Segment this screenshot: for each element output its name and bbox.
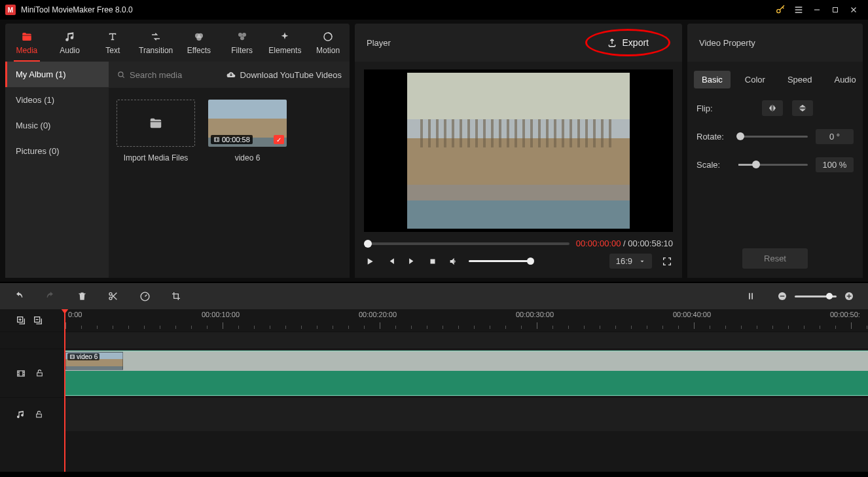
film-icon bbox=[213, 136, 220, 143]
sidebar-item-pictures[interactable]: Pictures (0) bbox=[5, 138, 109, 164]
lock-icon[interactable] bbox=[35, 410, 43, 419]
export-button[interactable]: Export bbox=[598, 33, 658, 52]
lock-icon[interactable] bbox=[35, 368, 44, 378]
download-youtube-link[interactable]: Download YouTube Videos bbox=[226, 70, 342, 80]
undo-button[interactable] bbox=[13, 290, 25, 302]
fullscreen-button[interactable] bbox=[661, 256, 673, 267]
upload-icon bbox=[607, 37, 617, 48]
prop-tab-color[interactable]: Color bbox=[737, 71, 773, 88]
next-frame-button[interactable] bbox=[406, 256, 418, 267]
tab-media-label: Media bbox=[16, 46, 38, 55]
rotate-value: 0 ° bbox=[816, 129, 854, 144]
video-track: video 6 bbox=[0, 349, 868, 397]
speed-button[interactable] bbox=[139, 290, 151, 302]
fit-button[interactable] bbox=[745, 290, 757, 302]
media-thumbnails: Import Media Files 00:00:58 ✓ video 6 bbox=[109, 88, 350, 174]
add-track-button[interactable] bbox=[16, 315, 26, 326]
svg-point-4 bbox=[196, 36, 202, 41]
remove-track-button[interactable] bbox=[33, 315, 43, 326]
prop-tab-audio[interactable]: Audio bbox=[826, 71, 863, 88]
tab-text-label: Text bbox=[105, 46, 120, 55]
property-title: Video Property bbox=[699, 38, 755, 48]
tab-audio-label: Audio bbox=[60, 46, 80, 55]
text-icon bbox=[106, 30, 119, 43]
tab-transition[interactable]: Transition bbox=[134, 24, 177, 62]
svg-rect-25 bbox=[37, 414, 42, 417]
zoom-in-button[interactable] bbox=[843, 290, 855, 302]
ruler-label: 0:00 bbox=[68, 311, 82, 318]
volume-button[interactable] bbox=[448, 256, 460, 267]
delete-button[interactable] bbox=[76, 290, 88, 302]
film-icon bbox=[69, 354, 75, 360]
svg-rect-19 bbox=[848, 294, 849, 299]
checkmark-icon: ✓ bbox=[274, 135, 284, 144]
export-highlight: Export bbox=[585, 29, 670, 56]
zoom-slider[interactable] bbox=[795, 296, 837, 297]
ruler-label: 00:00:10:00 bbox=[202, 311, 240, 318]
sidebar-item-music[interactable]: Music (0) bbox=[5, 113, 109, 138]
media-tabs: Media Audio Text Transition Effects Filt… bbox=[5, 24, 350, 62]
tab-effects[interactable]: Effects bbox=[177, 24, 221, 62]
minimize-button[interactable] bbox=[808, 2, 826, 18]
ruler-label: 00:00:30:00 bbox=[516, 311, 554, 318]
media-panel: Media Audio Text Transition Effects Filt… bbox=[5, 24, 350, 278]
tab-audio[interactable]: Audio bbox=[48, 24, 92, 62]
prop-tab-basic[interactable]: Basic bbox=[694, 71, 731, 88]
flip-vertical-button[interactable] bbox=[792, 100, 813, 116]
search-input[interactable]: Search media bbox=[117, 70, 221, 80]
svg-rect-1 bbox=[833, 8, 838, 12]
audio-track bbox=[0, 397, 868, 431]
sidebar-item-videos[interactable]: Videos (1) bbox=[5, 87, 109, 113]
menu-icon[interactable] bbox=[789, 2, 808, 18]
redo-button[interactable] bbox=[45, 290, 56, 302]
license-key-icon[interactable] bbox=[771, 2, 789, 18]
volume-slider[interactable] bbox=[469, 260, 532, 262]
sidebar-item-my-album[interactable]: My Album (1) bbox=[5, 62, 109, 87]
search-icon bbox=[117, 70, 126, 79]
tab-elements[interactable]: Elements bbox=[264, 24, 307, 62]
tab-motion[interactable]: Motion bbox=[306, 24, 350, 62]
reset-button[interactable]: Reset bbox=[742, 248, 808, 269]
aspect-ratio-select[interactable]: 16:9 bbox=[609, 254, 652, 269]
timeline-panel: 0:00 00:00:10:00 00:00:20:00 00:00:30:00… bbox=[0, 282, 868, 472]
effects-icon bbox=[192, 30, 206, 43]
tab-filters[interactable]: Filters bbox=[221, 24, 264, 62]
zoom-out-button[interactable] bbox=[776, 290, 788, 302]
flip-horizontal-button[interactable] bbox=[762, 100, 783, 116]
media-item-video-6[interactable]: 00:00:58 ✓ video 6 bbox=[208, 100, 287, 162]
timeline-ruler[interactable]: 0:00 00:00:10:00 00:00:20:00 00:00:30:00… bbox=[64, 309, 868, 332]
scale-slider[interactable] bbox=[738, 164, 808, 166]
player-viewport bbox=[364, 69, 673, 232]
svg-rect-11 bbox=[431, 259, 435, 263]
play-button[interactable] bbox=[364, 256, 376, 267]
split-button[interactable] bbox=[107, 290, 119, 302]
close-button[interactable] bbox=[844, 2, 863, 18]
tab-media[interactable]: Media bbox=[5, 24, 48, 62]
svg-point-5 bbox=[238, 33, 242, 37]
svg-point-7 bbox=[240, 36, 244, 40]
search-placeholder: Search media bbox=[130, 70, 182, 80]
tab-text[interactable]: Text bbox=[92, 24, 135, 62]
clip-label: video 6 bbox=[77, 353, 98, 360]
media-sidebar: My Album (1) Videos (1) Music (0) Pictur… bbox=[5, 62, 109, 278]
player-panel: Player Export 00:00:00:00 / 00:00:58:10 bbox=[355, 24, 682, 278]
film-icon bbox=[16, 369, 26, 378]
sparkle-icon bbox=[278, 30, 291, 43]
app-logo-icon: M bbox=[5, 5, 16, 15]
maximize-button[interactable] bbox=[826, 2, 844, 18]
prop-tab-speed[interactable]: Speed bbox=[780, 71, 820, 88]
crop-button[interactable] bbox=[170, 290, 182, 302]
rotate-label: Rotate: bbox=[696, 132, 731, 142]
playhead[interactable] bbox=[64, 309, 65, 472]
scale-label: Scale: bbox=[696, 160, 731, 170]
title-bar: M MiniTool MovieMaker Free 8.0.0 bbox=[0, 0, 868, 20]
media-item-duration: 00:00:58 bbox=[222, 136, 250, 143]
seek-slider[interactable] bbox=[364, 242, 570, 245]
ruler-label: 00:00:20:00 bbox=[359, 311, 397, 318]
import-media-card[interactable]: Import Media Files bbox=[117, 100, 195, 162]
timeline-clip-video-6[interactable]: video 6 bbox=[64, 351, 868, 396]
stop-button[interactable] bbox=[427, 256, 439, 267]
prev-frame-button[interactable] bbox=[385, 256, 397, 267]
rotate-slider[interactable] bbox=[738, 136, 808, 138]
tab-motion-label: Motion bbox=[316, 46, 340, 55]
